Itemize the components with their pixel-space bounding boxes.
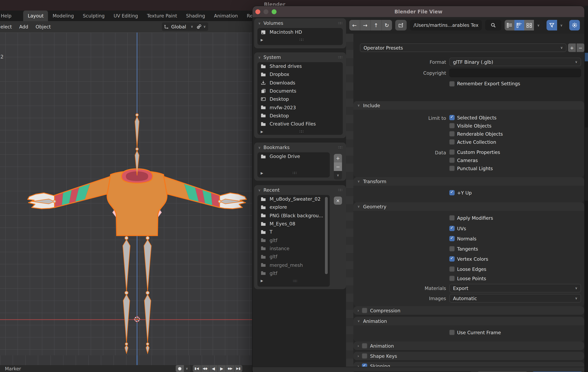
- file-list-strip[interactable]: [346, 34, 353, 372]
- thumbnail-view-button[interactable]: [524, 20, 534, 30]
- bookmark-options-dropdown[interactable]: ∨: [334, 171, 342, 180]
- loose-edges-checkbox[interactable]: [449, 266, 455, 272]
- visible-objects-checkbox[interactable]: [449, 123, 455, 128]
- sidebar-item-documents[interactable]: Documents: [257, 87, 343, 95]
- jump-to-start-button[interactable]: ▮◀: [193, 365, 201, 372]
- recent-item[interactable]: gltf: [257, 253, 330, 261]
- expand-icon[interactable]: ▶: [261, 38, 263, 42]
- drag-grip-icon[interactable]: ∷∷: [299, 38, 303, 42]
- recent-item[interactable]: PNG (Black backgrou...: [257, 211, 330, 220]
- materials-dropdown[interactable]: Export∨: [449, 284, 581, 292]
- display-settings-dropdown[interactable]: ∨: [534, 20, 543, 30]
- sidebar-item-downloads[interactable]: Downloads: [257, 79, 343, 87]
- volumes-header[interactable]: ∨Volumes∷∷: [254, 18, 346, 28]
- drag-grip-icon[interactable]: ∷∷: [338, 55, 342, 59]
- geometry-section-header[interactable]: ∨Geometry: [353, 202, 584, 211]
- drag-grip-icon[interactable]: ∷∷: [299, 130, 303, 134]
- active-collection-checkbox[interactable]: [449, 139, 455, 145]
- drag-grip-icon[interactable]: ∷∷: [338, 145, 342, 150]
- menu-add[interactable]: Add: [15, 24, 32, 30]
- menu-object[interactable]: Object: [32, 24, 54, 30]
- path-field[interactable]: /Users/martins...arables Texture/: [410, 20, 482, 30]
- tab-animation[interactable]: Animation: [210, 10, 242, 21]
- sidebar-item-shared-drives[interactable]: Shared drives: [257, 62, 343, 70]
- remove-preset-button[interactable]: −: [577, 43, 584, 52]
- recent-item[interactable]: instance: [257, 244, 330, 253]
- compression-checkbox[interactable]: [362, 308, 367, 313]
- drag-grip-icon[interactable]: ∷∷: [293, 279, 297, 283]
- sidebar-item-desktop-2[interactable]: Desktop: [257, 112, 343, 120]
- playhead[interactable]: [137, 355, 137, 365]
- sidebar-item-desktop[interactable]: Desktop: [257, 95, 343, 103]
- loose-points-checkbox[interactable]: [449, 276, 455, 281]
- punctual-lights-checkbox[interactable]: [449, 166, 455, 171]
- recent-item[interactable]: explore: [257, 203, 330, 211]
- operator-presets-dropdown[interactable]: Operator Presets∨: [360, 43, 567, 52]
- parent-directory-button[interactable]: ↑: [371, 20, 382, 30]
- drag-grip-icon[interactable]: ∷∷: [338, 188, 342, 192]
- y-up-checkbox[interactable]: [449, 190, 455, 195]
- apply-modifiers-checkbox[interactable]: [449, 215, 455, 221]
- add-preset-button[interactable]: +: [568, 43, 576, 52]
- shape-keys-checkbox[interactable]: [362, 353, 367, 359]
- animation-subpanel-header[interactable]: › Animation: [353, 342, 584, 350]
- include-section-header[interactable]: ∨Include: [353, 101, 584, 110]
- recent-item[interactable]: M_Eyes_08: [257, 220, 330, 228]
- recent-item[interactable]: gltf: [257, 269, 330, 277]
- bookmarks-header[interactable]: ∨Bookmarks∷∷: [254, 142, 346, 152]
- uvs-checkbox[interactable]: [449, 226, 455, 231]
- back-button[interactable]: ←: [349, 20, 360, 30]
- prev-keyframe-button[interactable]: ◀◆: [201, 365, 210, 372]
- auto-key-button[interactable]: [176, 365, 184, 372]
- character-model[interactable]: [0, 32, 252, 355]
- custom-properties-checkbox[interactable]: [449, 150, 455, 155]
- tab-uv-editing[interactable]: UV Editing: [109, 10, 143, 21]
- tab-modeling[interactable]: Modeling: [48, 10, 78, 21]
- drag-grip-icon[interactable]: ∷∷: [293, 171, 296, 175]
- filter-settings-dropdown[interactable]: ∨: [557, 20, 566, 30]
- remember-export-settings-checkbox[interactable]: [449, 81, 455, 87]
- use-current-frame-checkbox[interactable]: [449, 330, 455, 335]
- vertex-colors-checkbox[interactable]: [449, 256, 455, 261]
- remove-recent-button[interactable]: ×: [334, 197, 342, 205]
- search-button[interactable]: [485, 20, 501, 30]
- animation-checkbox[interactable]: [362, 343, 367, 348]
- jump-to-end-button[interactable]: ▶▮: [234, 365, 242, 372]
- copyright-input[interactable]: [449, 69, 581, 77]
- tab-sculpting[interactable]: Sculpting: [78, 10, 109, 21]
- cameras-checkbox[interactable]: [449, 158, 455, 163]
- tab-shading[interactable]: Shading: [182, 10, 210, 21]
- marker-menu[interactable]: Marker: [5, 366, 21, 372]
- autokey-dropdown[interactable]: ∨: [184, 365, 190, 372]
- dialog-titlebar[interactable]: Blender File View: [252, 6, 584, 17]
- recent-item[interactable]: T: [257, 228, 330, 236]
- 3d-viewport[interactable]: 2: [0, 32, 252, 355]
- recent-item[interactable]: M_uBody_Sweater_02: [257, 195, 330, 203]
- recent-header[interactable]: ∨Recent∷∷: [254, 185, 346, 195]
- refresh-button[interactable]: ↻: [382, 20, 392, 30]
- menu-help[interactable]: Help: [0, 10, 16, 21]
- orientation-dropdown[interactable]: Global ∨: [162, 22, 197, 31]
- create-directory-button[interactable]: [395, 20, 407, 30]
- play-reverse-button[interactable]: ◀: [210, 365, 218, 372]
- tangents-checkbox[interactable]: [449, 246, 455, 251]
- expand-icon[interactable]: ▶: [261, 130, 263, 134]
- remove-bookmark-button[interactable]: −: [334, 162, 342, 171]
- images-dropdown[interactable]: Automatic∨: [449, 294, 581, 302]
- animation-section-header[interactable]: ∨Animation: [353, 317, 584, 325]
- next-keyframe-button[interactable]: ◆▶: [226, 365, 234, 372]
- normals-checkbox[interactable]: [449, 236, 455, 241]
- expand-icon[interactable]: ▶: [261, 279, 263, 283]
- drag-grip-icon[interactable]: ∷∷: [338, 21, 342, 25]
- sidebar-item-creative-cloud-files[interactable]: Creative Cloud Files: [257, 120, 343, 128]
- recent-item[interactable]: merged_mesh: [257, 261, 330, 269]
- scrollbar[interactable]: [325, 197, 328, 274]
- transform-section-header[interactable]: ∨Transform: [353, 177, 584, 186]
- shape-keys-subpanel-header[interactable]: › Shape Keys: [353, 352, 584, 360]
- sidebar-item-mvfw-2023[interactable]: mvfw-2023: [257, 103, 343, 112]
- tab-texture-paint[interactable]: Texture Paint: [143, 10, 182, 21]
- menu-select[interactable]: elect: [0, 24, 15, 30]
- system-header[interactable]: ∨System∷∷: [254, 52, 346, 62]
- add-bookmark-button[interactable]: +: [334, 154, 342, 162]
- horizontal-list-view-button[interactable]: [514, 20, 524, 30]
